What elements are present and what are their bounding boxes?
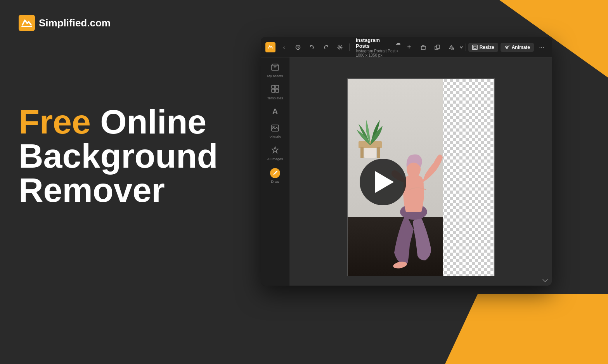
add-element-button[interactable]: + — [404, 42, 415, 53]
app-logo-icon — [265, 42, 275, 52]
app-window: ‹ Ins — [261, 37, 552, 286]
left-sidebar: My assets Templates A — [261, 57, 290, 286]
sidebar-item-text[interactable]: A — [263, 104, 288, 121]
my-assets-icon — [271, 64, 279, 73]
back-button[interactable]: ‹ — [279, 42, 289, 53]
project-subtitle: Instagram Portrait Post • 1080 x 1350 px — [356, 49, 400, 57]
copy-element-button[interactable] — [431, 42, 443, 53]
svg-rect-12 — [275, 89, 279, 92]
play-button[interactable] — [360, 159, 406, 205]
draw-icon-bg — [270, 168, 280, 178]
resize-button[interactable]: Resize — [468, 43, 498, 52]
sidebar-item-visuals[interactable]: Visuals — [263, 121, 288, 142]
sidebar-item-ai-images[interactable]: AI Images — [263, 143, 288, 164]
scroll-down-indicator — [542, 277, 548, 283]
headline-section: Free Online Background Remover — [19, 105, 218, 207]
headline-free-word: Free — [19, 102, 91, 141]
text-icon: A — [272, 107, 278, 116]
visuals-icon — [271, 125, 279, 133]
more-options-button[interactable]: ··· — [536, 42, 547, 53]
logo-area[interactable]: Simplified.com — [19, 15, 111, 31]
cloud-icon: ☁ — [396, 40, 400, 46]
logo-icon — [19, 15, 35, 31]
svg-rect-10 — [275, 85, 279, 88]
sidebar-item-templates[interactable]: Templates — [263, 82, 288, 103]
right-actions: + — [404, 42, 547, 53]
project-title: Instagram Posts ☁ — [356, 37, 400, 49]
headline-online-word: Online — [100, 102, 206, 141]
sidebar-item-draw[interactable]: Draw — [263, 165, 288, 187]
svg-rect-3 — [421, 46, 425, 50]
my-assets-label: My assets — [267, 74, 283, 78]
svg-rect-11 — [272, 89, 275, 92]
fill-button[interactable] — [445, 42, 457, 53]
logo-text: Simplified.com — [39, 17, 111, 29]
divider2 — [466, 43, 466, 51]
headline-line1: Free Online — [19, 105, 218, 139]
headline-line3: Remover — [19, 173, 218, 207]
headline-line2: Background — [19, 139, 218, 173]
svg-rect-5 — [437, 45, 440, 49]
draw-label: Draw — [271, 180, 279, 184]
bottom-right-decoration — [445, 294, 608, 364]
project-info: Instagram Posts ☁ Instagram Portrait Pos… — [356, 37, 400, 57]
history-button[interactable] — [293, 42, 303, 53]
app-header: ‹ Ins — [261, 37, 552, 57]
ai-images-label: AI Images — [267, 157, 283, 161]
undo-button[interactable] — [307, 42, 317, 53]
play-triangle-icon — [375, 171, 394, 193]
templates-label: Templates — [267, 96, 283, 100]
visuals-label: Visuals — [270, 135, 281, 139]
svg-point-8 — [506, 47, 508, 49]
sidebar-item-my-assets[interactable]: My assets — [263, 61, 288, 81]
dropdown-arrow[interactable] — [459, 45, 463, 50]
templates-icon — [271, 85, 279, 95]
settings-button[interactable] — [334, 42, 345, 53]
app-body: My assets Templates A — [261, 57, 552, 286]
svg-rect-9 — [272, 85, 275, 88]
svg-rect-7 — [473, 45, 477, 50]
svg-point-2 — [339, 47, 341, 48]
svg-point-6 — [452, 48, 454, 50]
animate-button[interactable]: Animate — [501, 43, 534, 52]
canvas-area — [290, 57, 552, 286]
redo-button[interactable] — [320, 42, 331, 53]
ai-images-icon — [271, 146, 279, 156]
toolbar-divider — [349, 43, 350, 51]
delete-element-button[interactable] — [417, 42, 429, 53]
